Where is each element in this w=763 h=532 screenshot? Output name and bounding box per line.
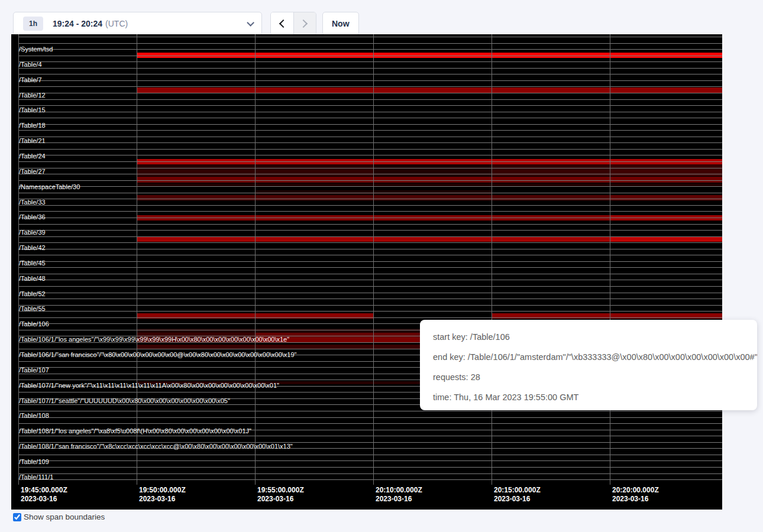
span-boundary-line [18,455,722,455]
span-boundary-line [18,417,722,418]
key-span-label: /Table/55 [19,305,46,312]
span-boundary-line [18,280,722,280]
span-boundary-line [18,68,722,69]
span-boundary-line [18,267,722,268]
span-boundary-line [18,142,722,143]
time-axis-tick: 20:20:00.000Z2023-03-16 [612,486,659,504]
key-span-label: /Table/107/1/"new york"/"\x11\x11\x11\x1… [19,382,279,389]
time-range-preset-badge: 1h [23,17,43,31]
span-boundary-line [18,168,722,168]
key-span-label: /Table/48 [19,275,46,282]
time-range-value: 19:24 - 20:24 [53,19,102,28]
key-span-label: /Table/106/1/"los angeles"/"\x99\x99\x99… [19,336,289,343]
tooltip-time: time: Thu, 16 Mar 2023 19:55:00 GMT [433,391,750,403]
heatmap-hot-band[interactable] [373,164,492,170]
time-gridline [255,34,256,485]
key-span-label: /Table/15 [19,106,46,113]
tick-time: 19:55:00.000Z [257,486,304,495]
span-boundary-line [18,311,722,312]
time-range-select[interactable]: 1h 19:24 - 20:24 (UTC) [13,12,262,35]
tooltip-end-key: end key: /Table/106/1/"amsterdam"/"\xb33… [433,351,750,363]
key-span-label: /Table/108/1/"los angeles"/"\xa8\xf5\u00… [19,427,251,434]
span-boundary-line [18,186,722,187]
span-boundary-line [18,473,722,474]
key-span-label: /Table/18 [19,122,46,129]
heatmap-hot-band[interactable] [610,236,722,242]
tick-date: 2023-03-16 [612,495,659,504]
chevron-right-icon [299,20,308,28]
tick-date: 2023-03-16 [494,495,541,504]
span-boundary-line [18,56,722,56]
time-gridline [492,34,492,485]
show-span-boundaries-checkbox[interactable] [13,513,21,521]
key-span-label: /NamespaceTable/30 [19,183,80,190]
tick-time: 19:50:00.000Z [139,486,186,495]
show-span-boundaries-label[interactable]: Show span boundaries [24,512,105,521]
span-boundary-line [18,161,722,162]
key-span-label: /Table/33 [19,199,46,206]
span-boundary-line [18,49,722,50]
key-span-label: /Table/107 [19,366,49,374]
time-gridline [137,34,137,485]
key-span-label: /Table/4 [19,61,42,68]
key-span-label: /Table/27 [19,168,46,175]
key-span-label: /Table/12 [19,92,46,99]
span-boundary-line [18,255,722,255]
tooltip-requests: requests: 28 [433,371,750,383]
key-span-label: /Table/108 [19,412,49,419]
key-visualizer-heatmap[interactable]: /System/tsd/Table/4/Table/7/Table/12/Tab… [11,34,722,510]
span-boundary-line [18,43,722,44]
span-boundary-line [18,130,722,131]
tick-date: 2023-03-16 [257,495,304,504]
time-range-timezone: (UTC) [105,19,128,28]
heatmap-hot-band[interactable] [137,87,722,93]
span-boundary-line [18,193,722,193]
heatmap-hot-band[interactable] [610,164,722,170]
span-boundary-line [18,112,722,112]
span-boundary-line [18,124,722,125]
span-boundary-line [18,460,722,461]
span-boundary-line [18,261,722,262]
span-boundary-line [18,305,722,306]
key-span-label: /System/tsd [19,46,53,53]
heatmap-hot-band[interactable] [492,164,610,170]
span-boundary-line [18,224,722,225]
now-button[interactable]: Now [322,12,359,35]
key-span-label: /Table/108/1/"san francisco"/"\x8c\xcc\x… [19,443,293,450]
tick-time: 20:20:00.000Z [612,486,659,495]
span-boundary-line [18,467,722,468]
span-boundary-line [18,80,722,81]
key-span-label: /Table/109 [19,458,49,465]
key-span-label: /Table/36 [19,213,46,220]
span-boundary-line [18,205,722,206]
prev-range-button[interactable] [271,12,293,35]
heatmap-hot-band[interactable] [610,170,722,176]
span-boundary-line [18,230,722,231]
span-boundary-line [18,93,722,93]
tooltip-start-key: start key: /Table/106 [433,331,750,343]
tick-time: 20:10:00.000Z [376,486,422,495]
span-boundary-line [18,37,722,37]
span-boundary-line [18,218,722,218]
tick-date: 2023-03-16 [376,495,422,504]
heatmap-hot-band[interactable] [373,170,492,176]
key-span-label: /Table/24 [19,153,46,160]
next-range-button-disabled[interactable] [293,12,316,35]
time-gridline [373,34,374,485]
span-boundary-line [18,180,722,181]
heatmap-hot-band[interactable] [492,170,610,176]
span-boundary-line [18,249,722,249]
span-boundary-line [18,211,722,212]
key-span-label: /Table/21 [19,137,46,144]
heatmap-hot-band[interactable] [610,195,722,200]
span-boundary-line [18,242,722,243]
key-span-label: /Table/106/1/"san francisco"/"\x80\x00\x… [19,351,297,358]
span-boundary-line [18,236,722,237]
span-boundary-line [18,479,722,480]
time-axis-tick: 19:45:00.000Z2023-03-16 [21,486,67,504]
time-nav-group [270,12,316,35]
span-boundary-line [18,174,722,174]
chevron-left-icon [279,20,287,28]
key-span-label: /Table/107/1/"seattle"/"UUUUUUD\x00\x80\… [19,397,230,404]
span-boundary-line [18,74,722,74]
